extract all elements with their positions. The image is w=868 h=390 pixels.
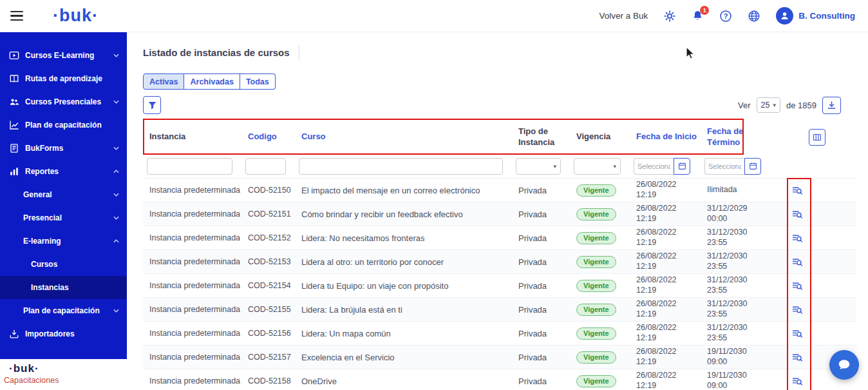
column-header-curso[interactable]: Curso xyxy=(295,132,512,142)
globe-icon xyxy=(748,10,760,23)
detail-search-icon xyxy=(792,329,803,338)
sidebar-item-cursos-presenciales[interactable]: Cursos Presenciales xyxy=(0,90,127,113)
language-globe-button[interactable] xyxy=(748,10,760,23)
download-button[interactable] xyxy=(822,97,841,114)
view-detail-button[interactable] xyxy=(791,232,804,244)
gear-icon xyxy=(663,10,676,23)
view-detail-button[interactable] xyxy=(791,184,804,197)
filter-button[interactable] xyxy=(143,96,161,114)
inicio-date: 26/08/2022 xyxy=(636,347,701,357)
play-video-icon xyxy=(9,50,19,61)
table-row: Instancia predeterminada COD-52156 Lider… xyxy=(143,322,856,346)
sidebar-item-label: Importadores xyxy=(25,329,75,338)
cell-vigencia: Vigente xyxy=(570,351,630,364)
column-settings-button[interactable] xyxy=(809,129,826,146)
termino-date: 19/11/2030 xyxy=(707,347,773,357)
cell-instancia: Instancia predeterminada xyxy=(143,352,241,362)
view-detail-button[interactable] xyxy=(791,351,804,364)
view-detail-button[interactable] xyxy=(791,375,804,387)
filter-instancia-input[interactable] xyxy=(147,158,232,175)
cell-vigencia: Vigente xyxy=(570,375,630,387)
cell-instancia: Instancia predeterminada xyxy=(143,304,241,315)
sidebar-item-e-learning[interactable]: E-learning xyxy=(0,229,127,253)
view-detail-button[interactable] xyxy=(791,327,804,340)
fecha-termino-calendar-button[interactable] xyxy=(744,158,761,175)
tab-todas[interactable]: Todas xyxy=(240,73,276,90)
inicio-date: 26/08/2022 xyxy=(636,228,701,238)
cell-codigo: COD-52153 xyxy=(241,257,295,267)
sidebar-item-reportes[interactable]: Reportes xyxy=(0,160,127,183)
filter-fecha-termino-input[interactable] xyxy=(704,158,744,175)
cell-actions xyxy=(773,280,856,292)
filter-fecha-inicio-input[interactable] xyxy=(634,158,674,175)
bar-chart-icon xyxy=(9,166,19,177)
sidebar-item-label: Cursos Presenciales xyxy=(25,97,101,106)
sidebar-item-plan-de-capacitacion[interactable]: Plan de capacitación xyxy=(0,299,127,322)
cell-curso: Lidera: No necesitamos fronteras xyxy=(295,233,512,243)
instances-table: InstanciaCodigoCursoTipo de InstanciaVig… xyxy=(143,120,856,390)
calendar-icon xyxy=(749,162,757,170)
sidebar-item-label: Instancias xyxy=(31,283,69,292)
user-menu[interactable]: B. Consulting xyxy=(776,7,855,24)
chevron-down-icon: ▾ xyxy=(773,102,776,108)
tab-archivadas[interactable]: Archivadas xyxy=(184,73,240,90)
view-detail-button[interactable] xyxy=(791,304,804,316)
cell-tipo-instancia: Privada xyxy=(512,210,570,219)
notifications-bell-button[interactable]: 1 xyxy=(692,10,704,22)
sidebar-item-importadores[interactable]: Importadores xyxy=(0,322,127,346)
cell-actions xyxy=(773,327,856,340)
sidebar-item-plan-de-capacitacion[interactable]: Plan de capacitación xyxy=(0,113,127,137)
column-header-fecha-de-inicio[interactable]: Fecha de Inicio xyxy=(630,132,701,142)
cell-tipo-instancia: Privada xyxy=(512,353,570,362)
tab-activas[interactable]: Activas xyxy=(143,73,184,90)
view-detail-button[interactable] xyxy=(791,208,804,220)
cell-fecha-termino: 19/11/2030 09:00 xyxy=(701,347,773,367)
detail-search-icon xyxy=(792,281,803,291)
buk-logo: ·buk· xyxy=(53,6,99,26)
sidebar-item-bukforms[interactable]: BukForms xyxy=(0,137,127,160)
filter-curso-input[interactable] xyxy=(299,158,503,175)
sidebar-item-general[interactable]: General xyxy=(0,183,127,206)
table-row: Instancia predeterminada COD-52157 Excel… xyxy=(143,346,856,369)
sidebar-item-label: BukForms xyxy=(25,144,63,153)
sidebar-item-presencial[interactable]: Presencial xyxy=(0,206,127,229)
detail-search-icon xyxy=(792,257,803,267)
sidebar-item-rutas-de-aprendizaje[interactable]: Rutas de aprendizaje xyxy=(0,67,127,90)
inicio-date: 26/08/2022 xyxy=(636,323,701,333)
volver-a-buk-link[interactable]: Volver a Buk xyxy=(599,11,648,21)
cell-fecha-inicio: 26/08/2022 12:19 xyxy=(630,275,701,295)
detail-search-icon xyxy=(792,353,803,362)
termino-time: 23:55 xyxy=(707,262,773,272)
filter-codigo-input[interactable] xyxy=(245,158,286,175)
page-size-select[interactable]: 25 ▾ xyxy=(757,97,780,113)
table-row: Instancia predeterminada COD-52153 Lider… xyxy=(143,250,856,274)
cell-instancia: Instancia predeterminada xyxy=(143,209,241,219)
column-header-fecha-de-termino[interactable]: Fecha de Término xyxy=(701,126,773,148)
sidebar-item-cursos[interactable]: Cursos xyxy=(0,253,127,276)
buk-footer-logo: ·buk· xyxy=(4,362,120,375)
filter-tipo-select[interactable]: ▾ xyxy=(516,158,561,175)
termino-time: 09:00 xyxy=(707,381,773,390)
fecha-inicio-calendar-button[interactable] xyxy=(674,158,690,175)
title-divider xyxy=(299,45,299,59)
filter-vigencia-select[interactable]: ▾ xyxy=(574,158,621,175)
sidebar-item-label: Reportes xyxy=(25,167,59,176)
column-header-codigo[interactable]: Codigo xyxy=(241,132,295,142)
sidebar-item-instancias[interactable]: Instancias xyxy=(0,276,127,299)
settings-gear-button[interactable] xyxy=(663,10,676,23)
user-avatar-icon xyxy=(776,7,793,24)
cell-instancia: Instancia predeterminada xyxy=(143,233,241,243)
cell-vigencia: Vigente xyxy=(570,327,630,340)
main-content: Listado de instancias de cursos ActivasA… xyxy=(127,32,868,390)
inicio-date: 26/08/2022 xyxy=(636,204,701,214)
chat-widget-button[interactable] xyxy=(829,350,859,380)
cell-instancia: Instancia predeterminada xyxy=(143,257,241,267)
view-detail-button[interactable] xyxy=(791,256,804,268)
detail-search-icon xyxy=(792,233,803,243)
hamburger-menu-button[interactable] xyxy=(10,8,26,24)
help-button[interactable]: ? xyxy=(719,10,732,23)
view-detail-button[interactable] xyxy=(791,280,804,292)
cell-actions xyxy=(773,256,856,268)
sidebar-item-cursos-e-learning[interactable]: Cursos E-Learning xyxy=(0,44,127,67)
table-row: Instancia predeterminada COD-52154 Lider… xyxy=(143,274,856,298)
